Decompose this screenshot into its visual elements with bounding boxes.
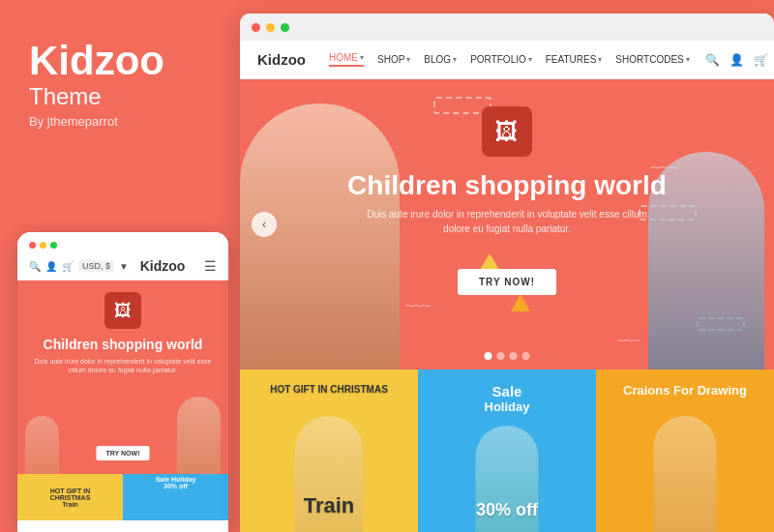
mobile-dots — [17, 232, 228, 254]
card-holiday-text: Holiday — [418, 399, 596, 414]
hero-description: Duis aute irure dolor in reprehenderit i… — [352, 207, 662, 236]
card-orange-top-label: Craions For Drawing — [596, 383, 774, 399]
card-blue-sale-label: Sale Holiday — [418, 383, 596, 414]
cart-icon[interactable]: 🛒 — [754, 53, 768, 67]
chrome-dot-green[interactable] — [281, 23, 289, 32]
mobile-dropdown-icon: ▼ — [119, 261, 129, 272]
chrome-dot-yellow[interactable] — [266, 23, 275, 32]
hero-prev-arrow[interactable]: ‹ — [252, 212, 277, 237]
nav-item-blog[interactable]: BLOG ▾ — [424, 52, 457, 67]
nav-right: 🔍 👤 🛒 USD, $ ▾ — [705, 48, 774, 72]
chevron-features-icon: ▾ — [598, 55, 602, 64]
nav-item-portfolio[interactable]: PORTFOLIO ▾ — [470, 52, 532, 67]
chevron-blog-icon: ▾ — [453, 55, 457, 64]
mobile-hero-desc: Duis aute irure dolor in reprehenderit i… — [17, 353, 228, 374]
dot-yellow — [40, 242, 46, 249]
mobile-currency: USD, $ — [78, 260, 114, 272]
right-panel: Kidzoo HOME ▾ SHOP ▾ BLOG ▾ PORTFOLIO ▾ … — [240, 14, 774, 532]
hero-dot-3[interactable] — [510, 352, 518, 360]
browser-chrome — [240, 14, 774, 41]
user-icon[interactable]: 👤 — [729, 53, 744, 67]
hero-cta-button[interactable]: TRY NOW! — [458, 269, 556, 295]
hero-dot-1[interactable] — [485, 352, 492, 360]
chevron-home-icon: ▾ — [360, 53, 364, 62]
nav-item-shortcodes[interactable]: SHORTCODES ▾ — [615, 52, 689, 67]
mobile-mockup: 🔍 👤 🛒 USD, $ ▼ Kidzoo ☰ 🖼 Children shopp… — [17, 232, 228, 532]
mobile-logo: Kidzoo — [129, 258, 196, 274]
card-hot-gift[interactable]: HOT GIFT IN CHRISTMAS Train — [240, 369, 418, 532]
search-icon[interactable]: 🔍 — [705, 53, 720, 67]
nav-item-shop[interactable]: SHOP ▾ — [377, 52, 410, 67]
card-sale-text: Sale — [418, 383, 596, 399]
mobile-hero: 🖼 Children shopping world Duis aute irur… — [17, 281, 228, 474]
mobile-user-icon: 👤 — [45, 261, 57, 272]
squiggle-bottom-left: ~~~ — [404, 296, 430, 316]
triangle-orange — [511, 294, 530, 311]
mobile-nav-icons: 🔍 👤 🛒 USD, $ ▼ — [29, 260, 129, 272]
card-orange-figure — [654, 416, 717, 532]
mobile-search-icon: 🔍 — [29, 261, 41, 272]
mobile-logo-image-icon: 🖼 — [114, 301, 132, 321]
chrome-dot-red[interactable] — [252, 23, 260, 32]
mobile-navbar: 🔍 👤 🛒 USD, $ ▼ Kidzoo ☰ — [17, 254, 228, 281]
site-hero: ~~~ ~~~ ~~~ 🖼 Children shopping world Du… — [240, 79, 774, 369]
hero-logo-box: 🖼 — [482, 106, 532, 157]
squiggle-bottom-right: ~~~ — [617, 333, 639, 350]
mobile-child-figure-right — [177, 397, 221, 474]
brand-subtitle: Theme — [29, 83, 211, 110]
chevron-portfolio-icon: ▾ — [528, 55, 532, 64]
mobile-card-yellow-text: HOT GIFT INCHRISTMASTrain — [48, 486, 93, 510]
hero-logo-icon: 🖼 — [495, 118, 519, 145]
chevron-shop-icon: ▾ — [406, 55, 410, 64]
mobile-child-figure-left — [25, 416, 59, 474]
card-sale-holiday[interactable]: Sale Holiday 30% off — [418, 369, 596, 532]
hero-slide-dots — [485, 352, 530, 360]
mobile-cart-icon: 🛒 — [62, 261, 74, 272]
mobile-hero-logo: 🖼 — [104, 292, 141, 329]
mobile-bottom-cards: HOT GIFT INCHRISTMASTrain Sale Holiday30… — [17, 474, 228, 520]
nav-items: HOME ▾ SHOP ▾ BLOG ▾ PORTFOLIO ▾ FEATURE… — [329, 52, 690, 67]
hero-title: Children shopping world — [240, 170, 774, 201]
mobile-card-blue-text: Sale Holiday30% off — [123, 474, 228, 491]
mobile-hero-title: Children shopping world — [17, 337, 228, 353]
mobile-cta-button[interactable]: TRY NOW! — [97, 446, 150, 460]
left-panel: Kidzoo Theme By jthemeparrot 🔍 👤 🛒 USD, … — [0, 0, 240, 532]
card-yellow-top-label: HOT GIFT IN CHRISTMAS — [240, 383, 418, 396]
hero-dot-4[interactable] — [522, 352, 530, 360]
mobile-card-blue: Sale Holiday30% off — [123, 474, 228, 520]
nav-item-home[interactable]: HOME ▾ — [329, 52, 364, 67]
hero-dot-2[interactable] — [497, 352, 505, 360]
mobile-card-yellow: HOT GIFT INCHRISTMASTrain — [17, 474, 123, 520]
product-cards: HOT GIFT IN CHRISTMAS Train Sale Holiday… — [240, 369, 774, 532]
card-crayons[interactable]: Craions For Drawing — [596, 369, 774, 532]
chevron-shortcodes-icon: ▾ — [686, 55, 690, 64]
site-logo: Kidzoo — [257, 51, 306, 68]
card-blue-discount-label: 30% off — [418, 500, 596, 520]
site-navbar: Kidzoo HOME ▾ SHOP ▾ BLOG ▾ PORTFOLIO ▾ … — [240, 41, 774, 79]
mobile-hamburger-icon[interactable]: ☰ — [204, 258, 217, 274]
brand-name: Kidzoo — [29, 39, 211, 83]
brand-author: By jthemeparrot — [29, 114, 211, 129]
mobile-hero-text: Children shopping world Duis aute irure … — [17, 337, 228, 374]
nav-item-features[interactable]: FEATURES ▾ — [546, 52, 603, 67]
dot-green — [50, 242, 57, 249]
card-yellow-main-label: Train — [240, 493, 418, 518]
dot-red — [29, 242, 36, 249]
